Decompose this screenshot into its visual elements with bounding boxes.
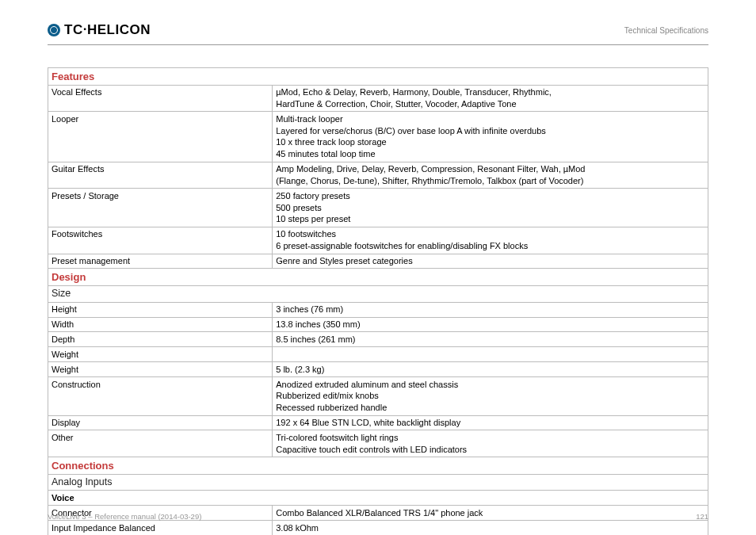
page-header: TC · HELICON Technical Specifications <box>48 22 708 45</box>
spec-value: 3.08 kOhm <box>273 521 708 535</box>
table-row: Guitar EffectsAmp Modeling, Drive, Delay… <box>48 162 708 189</box>
table-row: LooperMulti-track looperLayered for vers… <box>48 112 708 162</box>
brand-logo: TC · HELICON <box>48 22 151 38</box>
spec-value: 10 footswitches6 preset-assignable foots… <box>273 227 708 254</box>
spec-value: 5 lb. (2.3 kg) <box>273 362 708 377</box>
section-features-title: Features <box>48 68 708 86</box>
table-row: Vocal EffectsµMod, Echo & Delay, Reverb,… <box>48 85 708 112</box>
spec-label: Looper <box>48 112 273 162</box>
section-design-title: Design <box>48 269 708 286</box>
spec-value: 8.5 inches (261 mm) <box>273 332 708 347</box>
spec-value <box>273 347 708 362</box>
table-row: Presets / Storage250 factory presets500 … <box>48 189 708 227</box>
header-section-title: Technical Specifications <box>624 26 708 35</box>
spec-label: Guitar Effects <box>48 162 273 189</box>
footer-left: VoiceLive 3 – Reference manual (2014-03-… <box>48 512 201 521</box>
section-connections-sub: Analog Inputs <box>48 474 708 491</box>
table-row: Height3 inches (76 mm) <box>48 302 708 317</box>
spec-label: Construction <box>48 377 273 416</box>
table-row: OtherTri-colored footswitch light ringsC… <box>48 430 708 457</box>
spec-value: 13.8 inches (350 mm) <box>273 317 708 332</box>
table-row: ConstructionAnodized extruded aluminum a… <box>48 377 708 416</box>
logo-text-1: TC <box>64 22 83 38</box>
table-row: Weight5 lb. (2.3 kg) <box>48 362 708 377</box>
spec-label: Depth <box>48 332 273 347</box>
spec-label: Other <box>48 430 273 457</box>
spec-value: 192 x 64 Blue STN LCD, white backlight d… <box>273 415 708 430</box>
spec-value: Anodized extruded aluminum and steel cha… <box>273 377 708 416</box>
spec-value: Genre and Styles preset categories <box>273 254 708 269</box>
spec-label: Weight <box>48 362 273 377</box>
footer-page-number: 121 <box>696 512 708 521</box>
spec-label: Display <box>48 415 273 430</box>
spec-value: Amp Modeling, Drive, Delay, Reverb, Comp… <box>273 162 708 189</box>
logo-text-2: HELICON <box>87 22 151 38</box>
table-row: Display192 x 64 Blue STN LCD, white back… <box>48 415 708 430</box>
logo-icon <box>48 24 60 36</box>
spec-label: Width <box>48 317 273 332</box>
table-row: Depth8.5 inches (261 mm) <box>48 332 708 347</box>
spec-label: Input Impedance Balanced <box>48 521 273 535</box>
spec-value: µMod, Echo & Delay, Reverb, Harmony, Dou… <box>273 85 708 112</box>
spec-value: Tri-colored footswitch light ringsCapaci… <box>273 430 708 457</box>
spec-value: 3 inches (76 mm) <box>273 302 708 317</box>
spec-label: Presets / Storage <box>48 189 273 227</box>
spec-label: Height <box>48 302 273 317</box>
spec-label: Vocal Effects <box>48 85 273 112</box>
section-connections-title: Connections <box>48 457 708 475</box>
spec-table: Features Vocal EffectsµMod, Echo & Delay… <box>48 67 708 535</box>
table-row: Input Impedance Balanced3.08 kOhm <box>48 521 708 535</box>
spec-value: Multi-track looperLayered for verse/chor… <box>273 112 708 162</box>
page-footer: VoiceLive 3 – Reference manual (2014-03-… <box>48 512 708 521</box>
section-connections-sub2: Voice <box>48 491 708 506</box>
section-design-sub: Size <box>48 285 708 302</box>
table-row: Width13.8 inches (350 mm) <box>48 317 708 332</box>
table-row: Weight <box>48 347 708 362</box>
logo-separator: · <box>83 21 87 37</box>
table-row: Preset managementGenre and Styles preset… <box>48 254 708 269</box>
table-row: Footswitches10 footswitches6 preset-assi… <box>48 227 708 254</box>
spec-label: Weight <box>48 347 273 362</box>
spec-value: 250 factory presets500 presets10 steps p… <box>273 189 708 227</box>
spec-label: Preset management <box>48 254 273 269</box>
spec-label: Footswitches <box>48 227 273 254</box>
